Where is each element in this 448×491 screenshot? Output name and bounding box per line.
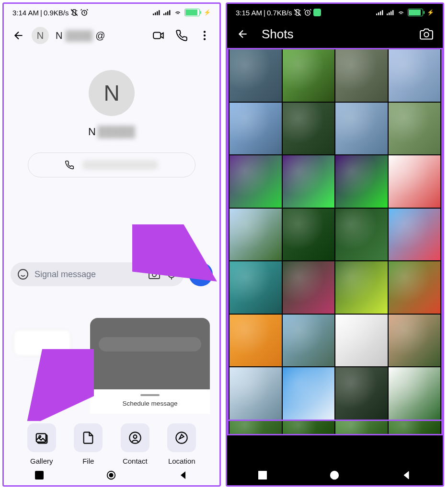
phone-gallery-shots: 3:15 AM | 0.7KB/s ⚡ Shots	[226, 2, 444, 487]
svg-rect-8	[165, 12, 166, 15]
photo-thumb[interactable]	[335, 421, 388, 434]
svg-point-25	[109, 473, 113, 477]
schedule-message-label[interactable]: Schedule message	[123, 400, 178, 407]
camera-icon[interactable]	[149, 269, 160, 280]
nav-home-icon[interactable]	[329, 470, 340, 480]
photo-thumb[interactable]	[283, 421, 335, 434]
plus-icon	[195, 268, 207, 281]
photo-thumb[interactable]	[230, 103, 282, 155]
photo-thumb[interactable]	[283, 49, 335, 102]
photo-thumb[interactable]	[230, 367, 282, 420]
photo-thumb[interactable]	[230, 315, 282, 367]
contact-icon	[128, 431, 142, 444]
alarm-icon	[80, 8, 89, 17]
svg-rect-36	[392, 10, 393, 15]
back-icon[interactable]	[237, 28, 249, 40]
photo-thumb[interactable]	[335, 103, 388, 155]
photo-thumb[interactable]	[230, 261, 282, 314]
status-time: 3:14 AM	[12, 9, 39, 17]
attachment-options-row: Gallery File Contact Location	[13, 420, 210, 465]
photo-thumb[interactable]	[230, 155, 282, 208]
message-input[interactable]: Signal message	[11, 262, 184, 286]
file-icon	[81, 431, 95, 444]
attach-plus-button[interactable]	[189, 262, 213, 286]
svg-rect-3	[153, 13, 154, 15]
location-icon	[175, 431, 188, 444]
photo-thumb[interactable]	[230, 209, 282, 261]
shots-title: Shots	[262, 27, 407, 42]
message-input-area: Signal message	[11, 262, 213, 286]
photo-thumb[interactable]	[283, 155, 335, 208]
video-call-icon[interactable]	[152, 29, 165, 42]
header-contact-name[interactable]: N ████ @	[56, 30, 146, 41]
back-icon[interactable]	[12, 29, 25, 42]
svg-rect-33	[387, 13, 388, 15]
svg-rect-38	[258, 471, 267, 479]
photo-thumb[interactable]	[283, 315, 335, 367]
attach-contact[interactable]: Contact	[121, 423, 149, 465]
attach-gallery[interactable]: Gallery	[27, 423, 56, 465]
svg-rect-4	[155, 12, 156, 15]
call-number-pill[interactable]	[28, 152, 195, 177]
photo-thumb[interactable]	[389, 367, 441, 420]
signal-icon	[376, 9, 384, 16]
photo-thumb[interactable]	[389, 261, 441, 314]
nav-recents-icon[interactable]	[35, 471, 44, 479]
signal-icon	[387, 9, 394, 16]
photo-thumb[interactable]	[389, 421, 441, 434]
photo-thumb[interactable]	[335, 315, 388, 367]
header-avatar[interactable]: N	[32, 27, 49, 44]
nav-home-icon[interactable]	[106, 470, 116, 480]
photo-thumb[interactable]	[389, 315, 441, 367]
photo-thumb[interactable]	[335, 261, 388, 314]
photo-thumb[interactable]	[283, 103, 335, 155]
signal-icon	[163, 9, 171, 16]
photo-thumb[interactable]	[389, 155, 441, 208]
nav-recents-icon[interactable]	[258, 471, 267, 479]
svg-rect-11	[153, 33, 161, 39]
photo-thumb[interactable]	[283, 209, 335, 261]
drag-handle-icon[interactable]	[140, 394, 160, 396]
svg-point-20	[129, 432, 140, 443]
svg-point-13	[204, 35, 206, 36]
photo-thumb[interactable]	[230, 49, 282, 102]
emoji-icon[interactable]	[17, 269, 29, 280]
nav-back-icon[interactable]	[402, 470, 412, 480]
photo-thumb[interactable]	[283, 261, 335, 314]
chat-header: N N ████ @	[4, 20, 219, 51]
photo-thumb[interactable]	[389, 49, 441, 102]
more-icon[interactable]	[198, 29, 211, 42]
phone-signal-chat: 3:14 AM | 0.9KB/s ⚡ N N ████ @	[2, 2, 221, 487]
attach-location[interactable]: Location	[167, 423, 196, 465]
photo-thumb[interactable]	[283, 367, 335, 420]
nav-back-icon[interactable]	[179, 470, 188, 480]
signal-icon	[153, 9, 161, 16]
svg-point-12	[204, 31, 206, 33]
photo-thumb[interactable]	[389, 209, 441, 261]
mic-icon[interactable]	[166, 269, 177, 280]
svg-rect-30	[378, 12, 379, 15]
recent-preview-small[interactable]	[13, 329, 71, 356]
svg-rect-9	[167, 12, 168, 15]
message-placeholder: Signal message	[34, 269, 143, 280]
wifi-icon	[397, 9, 405, 16]
attach-file[interactable]: File	[74, 423, 103, 465]
photo-thumb[interactable]	[335, 155, 388, 208]
phone-number-redacted	[82, 160, 159, 170]
shots-header: Shots	[227, 20, 443, 48]
photo-thumb[interactable]	[335, 367, 388, 420]
svg-rect-7	[163, 13, 164, 15]
photo-thumb[interactable]	[335, 49, 388, 102]
camera-icon[interactable]	[420, 27, 433, 41]
gallery-icon	[34, 431, 49, 445]
voice-call-icon[interactable]	[175, 29, 188, 42]
nav-bar	[227, 465, 443, 485]
svg-point-16	[152, 273, 156, 277]
vibrate-off-icon	[70, 8, 79, 17]
svg-rect-32	[382, 10, 383, 15]
photo-thumb[interactable]	[389, 103, 441, 155]
recent-preview-large[interactable]: Schedule message	[90, 318, 210, 414]
attachment-sheet: Schedule message Gallery File Contact Lo…	[4, 318, 219, 465]
photo-thumb[interactable]	[335, 209, 388, 261]
photo-thumb[interactable]	[230, 421, 282, 434]
